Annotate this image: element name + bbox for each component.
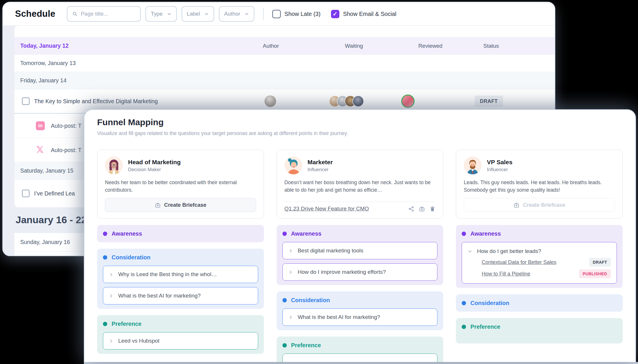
- question-card[interactable]: Best digital marketing tools: [282, 242, 438, 259]
- row-checkbox[interactable]: [22, 190, 29, 197]
- autopost-title[interactable]: Auto-post: T: [51, 147, 82, 153]
- question-text: What is the best AI for marketing?: [118, 293, 201, 299]
- stage-dot-icon: [282, 298, 287, 302]
- trash-icon[interactable]: [430, 206, 435, 212]
- label-filter-dropdown[interactable]: Label: [182, 6, 214, 22]
- autopost-title[interactable]: Auto-post: T: [51, 122, 82, 129]
- persona-card: VP Sales Influencer Leads. This guy need…: [456, 150, 623, 219]
- question-card[interactable]: What is the best AI for marketing?: [282, 308, 438, 326]
- type-filter-dropdown[interactable]: Type: [145, 6, 177, 22]
- column-header-reviewed: Reviewed: [418, 37, 442, 54]
- question-pages: Contextual Data for Better Sales DRAFT H…: [482, 258, 611, 278]
- consideration-header: Consideration: [462, 299, 617, 307]
- search-icon: [72, 11, 78, 17]
- page-link[interactable]: How to Fill a Pipeline: [482, 271, 530, 277]
- persona-avatar: [105, 156, 123, 174]
- question-card[interactable]: How do I improve marketing efforts?: [282, 263, 438, 281]
- chevron-right-icon: [289, 315, 293, 319]
- preference-header: Preference: [103, 319, 258, 328]
- search-input[interactable]: [81, 11, 136, 17]
- funnel-mapping-modal: Funnel Mapping Visualize and fill gaps r…: [84, 109, 636, 362]
- preference-header: Preference: [282, 341, 438, 350]
- x-twitter-icon: [36, 145, 44, 155]
- chevron-right-icon: [109, 294, 113, 298]
- preference-section: Preference: [456, 318, 623, 343]
- persona-role: Influencer: [308, 167, 333, 172]
- group-date-label: Today, January 12: [14, 43, 69, 49]
- author-filter-label: Author: [224, 11, 240, 17]
- chevron-down-icon: [244, 12, 249, 16]
- question-toggle[interactable]: How do I get better leads?: [468, 246, 611, 256]
- chevron-right-icon: [109, 272, 113, 277]
- group-row-tomorrow: Tomorrow, January 13: [14, 55, 555, 72]
- clipped-row: [14, 26, 555, 37]
- linkedin-glyph: in: [38, 123, 42, 129]
- page-title-link[interactable]: I’ve Defined Lea: [34, 190, 75, 197]
- create-briefcase-button[interactable]: Create Briefcase: [105, 198, 256, 212]
- consideration-header: Consideration: [103, 253, 258, 262]
- avatar: [352, 95, 364, 107]
- show-email-social-checkbox[interactable]: [331, 10, 339, 18]
- persona-column-vp-sales: VP Sales Influencer Leads. This guy need…: [456, 150, 623, 362]
- modal-title: Funnel Mapping: [97, 117, 623, 127]
- page-link[interactable]: Contextual Data for Better Sales: [482, 259, 556, 265]
- stage-dot-icon: [462, 325, 466, 329]
- persona-footer: Q1.23 Drive New Feature for CMO: [284, 202, 436, 212]
- persona-header: Marketer Influencer: [284, 156, 436, 174]
- create-briefcase-label: Create Briefcase: [164, 202, 206, 208]
- persona-avatar: [284, 156, 302, 174]
- page-title: Schedule: [15, 9, 55, 19]
- awareness-header: Awareness: [282, 229, 438, 238]
- preference-section: Preference Leed vs Hubspot: [97, 315, 264, 354]
- share-icon[interactable]: [408, 206, 414, 212]
- group-date-label: Friday, January 14: [14, 77, 66, 84]
- consideration-section: Consideration Why is Leed the Best thing…: [97, 249, 264, 309]
- consideration-header: Consideration: [282, 296, 438, 304]
- chevron-down-icon: [468, 249, 472, 254]
- question-text: Leed vs Hubspot: [118, 338, 160, 344]
- persona-avatar: [464, 156, 482, 174]
- linkedin-icon: in: [36, 121, 45, 130]
- linked-page-link[interactable]: Q1.23 Drive New Feature for CMO: [284, 206, 369, 212]
- stage-dot-icon: [103, 232, 107, 236]
- create-briefcase-button-disabled[interactable]: Create Briefcase: [464, 198, 615, 212]
- stage-label: Awareness: [470, 230, 501, 237]
- author-filter-dropdown[interactable]: Author: [219, 6, 254, 22]
- stage-label: Preference: [291, 342, 321, 349]
- question-text: How do I get better leads?: [477, 248, 541, 254]
- schedule-toolbar: Schedule Type Label Author: [3, 2, 555, 25]
- question-card[interactable]: [282, 354, 438, 362]
- show-late-checkbox[interactable]: [272, 10, 281, 18]
- page-title-search[interactable]: [67, 6, 141, 22]
- awareness-header: Awareness: [103, 229, 258, 238]
- column-header-waiting: Waiting: [345, 37, 363, 54]
- persona-name: Marketer: [308, 159, 333, 166]
- row-checkbox[interactable]: [22, 97, 29, 105]
- page-title-link[interactable]: The Key to Simple and Effective Digital …: [34, 98, 158, 105]
- question-card[interactable]: What is the best AI for marketing?: [103, 287, 258, 304]
- stage-dot-icon: [103, 322, 107, 326]
- persona-columns: Head of Marketing Decision Maker Needs h…: [97, 150, 623, 362]
- persona-role: Influencer: [487, 167, 512, 172]
- persona-column-marketer: Marketer Influencer Doesn’t want her bos…: [277, 150, 443, 362]
- desktop-stage: Schedule Type Label Author: [0, 0, 638, 364]
- question-text: Why is Leed the Best thing in the whol…: [118, 271, 217, 278]
- briefcase-plus-icon[interactable]: [419, 206, 425, 212]
- question-card[interactable]: Why is Leed the Best thing in the whol…: [103, 266, 258, 283]
- persona-name: VP Sales: [487, 159, 512, 166]
- persona-description: Needs her team to be better coordinated …: [105, 179, 256, 198]
- question-text: Best digital marketing tools: [298, 247, 363, 254]
- stage-label: Consideration: [112, 254, 150, 261]
- persona-column-head-of-marketing: Head of Marketing Decision Maker Needs h…: [97, 150, 264, 362]
- persona-description: Leads. This guy needs leads. He eat lead…: [464, 179, 615, 198]
- persona-role: Decision Maker: [128, 167, 181, 172]
- group-date-label: Saturday, January 15: [14, 167, 73, 174]
- show-email-social-toggle[interactable]: Show Email & Social: [331, 10, 397, 18]
- show-late-toggle[interactable]: Show Late (3): [272, 10, 321, 18]
- author-avatar: [265, 95, 276, 107]
- stage-dot-icon: [462, 232, 466, 236]
- stage-label: Awareness: [112, 230, 142, 237]
- question-card[interactable]: Leed vs Hubspot: [103, 332, 258, 350]
- group-date-label: Tomorrow, January 13: [14, 60, 76, 66]
- stage-dot-icon: [282, 343, 287, 348]
